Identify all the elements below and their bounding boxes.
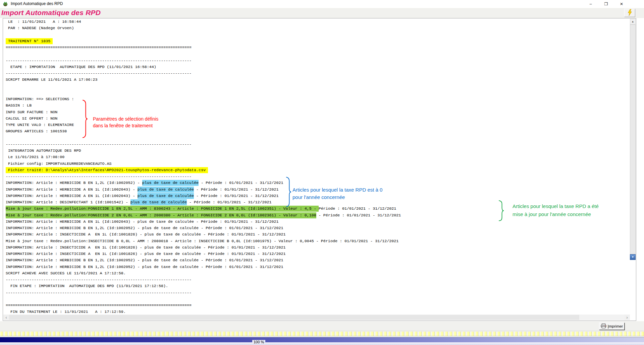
log-line: ----------------------------------------…: [6, 58, 630, 64]
log-line: INFORMATION: Article : HERBICIDE A EN 1L…: [6, 219, 630, 225]
log-line: TYPE UNITE VALO : ELEMENTAIRE: [6, 122, 630, 128]
log-line: SCRIPT DEMARRE LE 11/01/2021 A 17:06:23: [6, 77, 630, 83]
log-line: ----------------------------------------…: [6, 277, 630, 283]
app-window: Import Automatique des RPD – ❐ ✕ Import …: [0, 0, 644, 345]
horizontal-scroll-thumb[interactable]: [9, 315, 579, 320]
scroll-right-button[interactable]: ›: [624, 315, 630, 320]
page-title: Import Automatique des RPD: [1, 9, 101, 17]
log-line: FIN DU TRAITEMENT LE : 11/01/2021 A : 17…: [6, 309, 630, 315]
scroll-up-button[interactable]: ▲: [630, 19, 636, 24]
log-line: ----------------------------------------…: [6, 290, 630, 296]
log-line: Mise à jour taxe : Redev.pollution:FONGI…: [6, 212, 630, 219]
log-line: INFORMATION: Article : HERBICIDE A EN 1L…: [6, 193, 630, 199]
progress-bar: [0, 337, 644, 342]
window-controls: – ❐ ✕: [583, 0, 629, 8]
scroll-down-button[interactable]: ▼: [630, 254, 636, 260]
vertical-scroll-thumb[interactable]: [630, 24, 636, 254]
log-line: FIN ETAPE : IMPORTATION AUTOMATIQUE DES …: [6, 283, 630, 289]
maximize-button[interactable]: ❐: [598, 0, 614, 8]
log-line: INFORMATION: Article : HERBICIDE B EN 1,…: [6, 225, 630, 231]
log-line: INFORMATION: Article : INSECTICIDE A EN …: [6, 245, 630, 251]
progress-percent-label: 100 %: [252, 340, 265, 344]
log-line: GROUPES ARTICLES : 1001538: [6, 128, 630, 135]
log-content: LE : 11/01/2021 A : 16:58:44 PAR : NADEG…: [3, 18, 630, 315]
log-line: [6, 83, 630, 90]
bottom-toolbar: Imprimer: [0, 321, 644, 331]
log-line: ----------------------------------------…: [6, 141, 630, 148]
log-line: ETAPE : IMPORTATION AUTOMATIQUE DES RPD …: [6, 64, 630, 70]
log-line: ========================================…: [6, 302, 630, 309]
log-line: [6, 32, 630, 38]
log-line: INFORMATION: ==> SELECTIONS :: [6, 96, 630, 102]
status-strip: [0, 342, 644, 345]
log-line: ========================================…: [6, 45, 630, 51]
printer-icon: [601, 324, 606, 329]
lightning-icon: [627, 9, 632, 17]
log-line: PAR : NADEGE (Nadege Orvoen): [6, 25, 630, 31]
log-line: CALCUL SI OFFERT : NON: [6, 116, 630, 122]
log-line: INFORMATION: Article : HERBICIDE B EN 1,…: [6, 264, 630, 270]
log-panel: LE : 11/01/2021 A : 16:58:44 PAR : NADEG…: [3, 18, 636, 321]
log-line: [6, 135, 630, 141]
log-line: SCRIPT ACHEVE AVEC SUCCES LE 11/01/2021 …: [6, 270, 630, 277]
log-line: Mise à jour taxe : Redev.pollution:INSEC…: [6, 238, 630, 245]
window-title: Import Automatique des RPD: [11, 1, 63, 6]
log-line: Fichier traité: D:\Analys\Atys\Interface…: [6, 167, 630, 174]
title-bar: Import Automatique des RPD – ❐ ✕: [0, 0, 644, 8]
log-line: Le 11/01/2021 à 17:08:00: [6, 154, 630, 160]
log-line: BASSIN : LB: [6, 102, 630, 109]
log-line: Fichier config: IMPORTVALEURREDEVANCEAUT…: [6, 161, 630, 167]
log-line: INFORMATION: Article : HERBICIDE B EN 1,…: [6, 257, 630, 264]
log-line: ----------------------------------------…: [6, 174, 630, 180]
vertical-scrollbar[interactable]: ▲ ▼: [630, 19, 636, 260]
log-line: INFORMATION: Article : HERBICIDE B EN 1,…: [6, 180, 630, 186]
log-line: INFORMATION: Article : DESINFECTANT 1 (I…: [6, 199, 630, 206]
scroll-left-button[interactable]: ‹: [3, 315, 9, 320]
page-header: Import Automatique des RPD: [0, 8, 644, 18]
app-icon: [3, 1, 8, 7]
log-line: INFORMATION: Article : HERBICIDE A EN 1L…: [6, 187, 630, 193]
log-line: ----------------------------------------…: [6, 70, 630, 77]
log-line: INFO SUR FACTURE : NON: [6, 109, 630, 116]
print-button[interactable]: Imprimer: [599, 323, 625, 330]
log-line: INFORMATION: Article : INSECTICIDE A EN …: [6, 231, 630, 238]
log-line: LE : 11/01/2021 A : 16:58:44: [6, 19, 630, 25]
log-line: [6, 90, 630, 96]
log-line: [6, 51, 630, 57]
minimize-button[interactable]: –: [583, 0, 598, 8]
log-line: Mise à jour taxe : Redev.pollution:FONGI…: [6, 206, 630, 212]
log-line: [6, 296, 630, 302]
lightning-button[interactable]: [624, 9, 635, 17]
log-line: TRAITEMENT N° 1835: [6, 38, 630, 45]
horizontal-scrollbar[interactable]: ‹ ›: [3, 315, 630, 320]
print-button-label: Imprimer: [608, 324, 623, 328]
close-button[interactable]: ✕: [614, 0, 629, 8]
log-line: INFORMATION: Article : INSECTICIDE A EN …: [6, 251, 630, 257]
segmented-progress-strip: [0, 331, 644, 336]
log-line: INTEGRATION AUTOMATIQUE DES RPD: [6, 148, 630, 154]
